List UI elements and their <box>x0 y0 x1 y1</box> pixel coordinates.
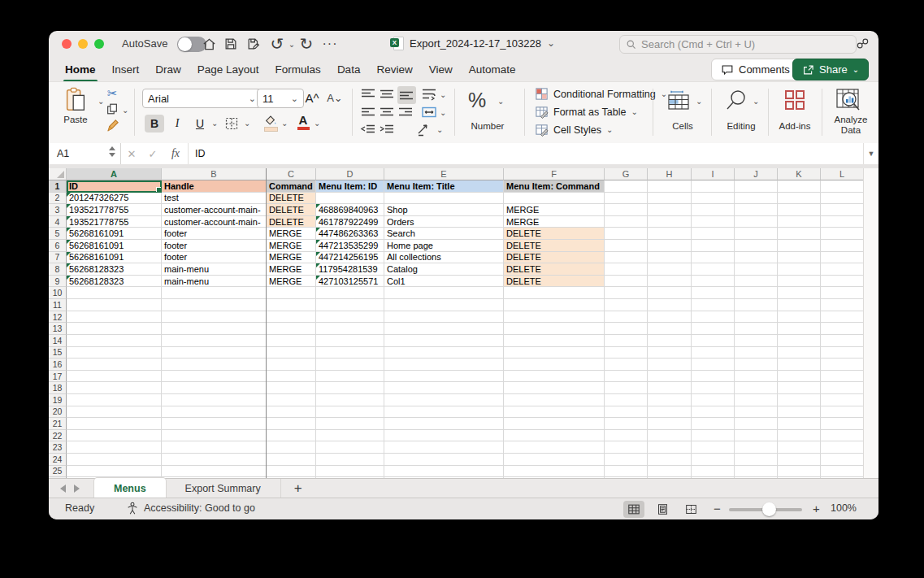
formula-bar-expand-icon[interactable]: ▼ <box>863 143 878 164</box>
increase-font-icon[interactable]: A^ <box>302 89 322 106</box>
row-header-7[interactable]: 7 <box>49 252 67 264</box>
font-name-select[interactable]: Arial ⌄ <box>142 89 262 108</box>
cell-L14[interactable] <box>821 335 864 347</box>
row-header-18[interactable]: 18 <box>49 382 67 394</box>
name-box-spinner[interactable] <box>109 146 115 157</box>
row-header-3[interactable]: 3 <box>49 204 67 216</box>
cell-C5[interactable]: MERGE <box>267 228 316 240</box>
cell-D11[interactable] <box>316 299 384 311</box>
cell-F2[interactable] <box>504 193 605 205</box>
cell-L4[interactable] <box>821 216 864 228</box>
cell-J10[interactable] <box>735 287 778 299</box>
column-header-B[interactable]: B <box>162 168 267 180</box>
cell-G6[interactable] <box>605 240 648 252</box>
cell-A8[interactable]: 56268128323 <box>67 263 162 276</box>
cell-F15[interactable] <box>504 347 605 359</box>
cell-H20[interactable] <box>648 406 692 419</box>
fill-color-button[interactable] <box>262 115 280 132</box>
cell-E19[interactable] <box>384 394 504 406</box>
cell-E11[interactable] <box>384 299 504 311</box>
column-header-A[interactable]: A <box>67 168 162 180</box>
cell-E22[interactable] <box>384 430 504 442</box>
analyze-data-icon[interactable] <box>835 87 861 115</box>
accessibility-icon[interactable] <box>126 502 139 518</box>
align-bottom-icon[interactable] <box>397 86 416 104</box>
cell-J25[interactable] <box>735 466 778 478</box>
column-header-G[interactable]: G <box>605 168 648 180</box>
row-header-15[interactable]: 15 <box>49 347 67 359</box>
cell-J19[interactable] <box>735 394 778 406</box>
cell-D12[interactable] <box>316 311 384 324</box>
cell-A9[interactable]: 56268128323 <box>67 276 162 288</box>
cell-L5[interactable] <box>821 228 864 240</box>
ribbon-tab-view[interactable]: View <box>421 60 461 79</box>
cell-K5[interactable] <box>778 228 821 240</box>
live-share-icon[interactable] <box>856 37 870 53</box>
vertical-scrollbar[interactable] <box>863 168 878 478</box>
cell-K14[interactable] <box>778 335 821 347</box>
cell-C25[interactable] <box>267 466 316 478</box>
increase-indent-icon[interactable] <box>379 124 395 137</box>
cell-B12[interactable] <box>162 311 267 324</box>
cell-I14[interactable] <box>692 335 735 347</box>
cell-K19[interactable] <box>778 394 821 406</box>
cell-H2[interactable] <box>648 193 692 205</box>
cell-D20[interactable] <box>316 406 384 419</box>
sheet-tab-menus[interactable]: Menus <box>94 478 166 498</box>
cell-H6[interactable] <box>648 240 692 252</box>
cell-G21[interactable] <box>605 418 648 430</box>
ribbon-tab-page-layout[interactable]: Page Layout <box>189 60 267 79</box>
cell-L1[interactable] <box>821 180 864 193</box>
cell-A22[interactable] <box>67 430 162 442</box>
cell-E8[interactable]: Catalog <box>384 263 504 276</box>
confirm-entry-icon[interactable]: ✓ <box>142 148 163 160</box>
cell-G17[interactable] <box>605 371 648 383</box>
cell-K17[interactable] <box>778 371 821 383</box>
cell-B3[interactable]: customer-account-main- <box>162 204 267 216</box>
cell-D1[interactable]: Menu Item: ID <box>316 180 384 193</box>
row-header-25[interactable]: 25 <box>49 466 67 478</box>
cell-D9[interactable]: 427103125571 <box>316 276 384 288</box>
cell-B6[interactable]: footer <box>162 240 267 252</box>
cell-C18[interactable] <box>267 382 316 394</box>
home-icon[interactable] <box>200 35 218 53</box>
cell-I5[interactable] <box>692 228 735 240</box>
cell-L16[interactable] <box>821 359 864 371</box>
accessibility-status[interactable]: Accessibility: Good to go <box>144 502 255 514</box>
cell-E20[interactable] <box>384 406 504 419</box>
ribbon-tab-insert[interactable]: Insert <box>104 60 148 79</box>
cell-L25[interactable] <box>821 466 864 478</box>
comments-button[interactable]: Comments <box>711 59 800 80</box>
save-as-icon[interactable] <box>245 35 262 53</box>
cell-L21[interactable] <box>821 418 864 430</box>
cell-F4[interactable]: MERGE <box>504 216 605 228</box>
cell-H8[interactable] <box>648 263 692 276</box>
cell-B18[interactable] <box>162 382 267 394</box>
cell-D4[interactable]: 461787922499 <box>316 216 384 228</box>
cell-C6[interactable]: MERGE <box>267 240 316 252</box>
cell-K10[interactable] <box>778 287 821 299</box>
cell-B2[interactable]: test <box>162 193 267 205</box>
cell-F13[interactable] <box>504 323 605 335</box>
cell-I3[interactable] <box>692 204 735 216</box>
cell-D13[interactable] <box>316 323 384 335</box>
cell-G7[interactable] <box>605 252 648 264</box>
cell-L3[interactable] <box>821 204 864 216</box>
cell-B20[interactable] <box>162 406 267 419</box>
cell-J12[interactable] <box>735 311 778 324</box>
add-sheet-button[interactable]: + <box>281 480 315 497</box>
cell-G16[interactable] <box>605 359 648 371</box>
cell-I2[interactable] <box>692 193 735 205</box>
minimize-window-button[interactable] <box>78 39 88 49</box>
font-size-select[interactable]: 11 ⌄ <box>257 89 304 108</box>
cell-J14[interactable] <box>735 335 778 347</box>
cell-A20[interactable] <box>67 406 162 419</box>
cell-E2[interactable] <box>384 193 504 205</box>
cell-G8[interactable] <box>605 263 648 276</box>
merge-center-icon[interactable] <box>421 106 437 119</box>
cell-D23[interactable] <box>316 441 384 454</box>
row-header-20[interactable]: 20 <box>49 406 67 419</box>
cell-E16[interactable] <box>384 359 504 371</box>
cell-D5[interactable]: 447486263363 <box>316 228 384 240</box>
cell-styles-button[interactable]: Cell Styles ⌄ <box>535 123 613 137</box>
